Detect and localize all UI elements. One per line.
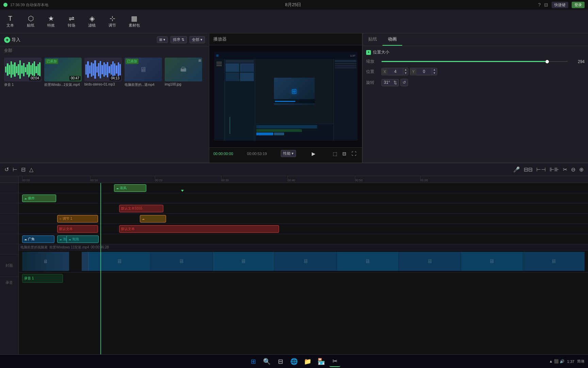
windows-taskbar: ⊞ 🔍 ⊟ 🌐 📁 🏪 ✂ ▲ ⬛ 🔊 1:37 简体 [0, 354, 588, 368]
toolbar-item-adjust[interactable]: ⊹ 调节 [105, 13, 119, 30]
lock-button[interactable]: ⊟⊟ [523, 165, 534, 174]
clip-audio[interactable]: 录音 1 [22, 274, 63, 283]
fit2-button[interactable]: ⊩⊪ [549, 165, 560, 174]
layout-icon[interactable]: ⊟ [544, 2, 548, 7]
toolbar-item-sticker[interactable]: ⬡ 贴纸 [24, 13, 37, 30]
view-toggle-button[interactable]: ⊞ ▾ [157, 36, 168, 43]
clip-adjust[interactable]: ⊹ 调节 1 [57, 215, 98, 223]
scale-slider-fill [381, 61, 549, 62]
y-input[interactable] [416, 68, 432, 75]
clip-wideangle[interactable]: ☁ 广角 [22, 235, 54, 243]
video1-name: 电脑前景的视频素 [20, 245, 48, 250]
video-info-bar: 电脑前景的视频素 前景Windows 11安装.mp4 00:00:46:28 [19, 244, 588, 250]
import-button[interactable]: + 导入 [4, 37, 20, 43]
clip-default-text[interactable]: 默认文本 [57, 225, 98, 233]
tab-sticker[interactable]: 贴纸 [363, 33, 382, 46]
media-item[interactable]: 00:04 录音 1 [4, 58, 42, 87]
label-space6 [0, 234, 18, 244]
toolbar-item-transition[interactable]: ⇌ 转场 [65, 13, 78, 30]
media-name: 前景Windo...1安装.mp4 [44, 82, 82, 87]
rotation-stepper[interactable]: ⇅ [392, 79, 398, 86]
capcut-button[interactable]: ✂ [329, 356, 340, 367]
store-icon: 🏪 [317, 358, 325, 365]
login-button[interactable]: 登录 [572, 2, 585, 8]
zoom-in-button[interactable]: ⊕ [578, 165, 585, 174]
mic-button[interactable]: 🎤 [512, 165, 521, 174]
start-button[interactable]: ⊞ [248, 356, 259, 367]
x-increment[interactable]: ▲ [403, 68, 408, 72]
toolbar-item-text[interactable]: T 文本 [3, 13, 17, 30]
play-button[interactable]: ▶ [310, 150, 317, 157]
timeline-toolbar-left: ↺ ⊢ ⊟ △ [3, 165, 34, 174]
tick-30 [221, 176, 222, 179]
label-cover-section: 封面 录音 [0, 255, 18, 354]
cut-button[interactable]: ✂ [562, 165, 568, 174]
all-filter-button[interactable]: 全部 ▾ [190, 36, 205, 43]
toolbar-item-effects[interactable]: ★ 特效 [44, 13, 58, 30]
fit-button[interactable]: ⊢⊣ [535, 165, 547, 174]
folder-button[interactable]: 📁 [302, 356, 313, 367]
split-button[interactable]: ⊢ [12, 165, 18, 174]
toolbar-item-filter[interactable]: ◈ 滤镜 [85, 13, 99, 30]
cloud-icon: ☁ [116, 187, 119, 190]
media-item[interactable]: 04:13 birds-stereo-01.mp3 [84, 58, 122, 87]
panel-tabs: 贴纸 动画 [363, 33, 588, 46]
clip-yellow[interactable]: ☁ [140, 215, 166, 223]
widgets-button[interactable]: ⊟ [275, 356, 286, 367]
search-button[interactable]: 🔍 [261, 356, 272, 367]
y-decrement[interactable]: ▼ [432, 72, 437, 75]
scale-value: 294 [571, 59, 585, 64]
browser-button[interactable]: 🌐 [289, 356, 299, 367]
clip-default-text-long[interactable]: 默认文本 [119, 225, 279, 233]
clip-explosion[interactable]: ☁ 爆炸 [22, 195, 56, 202]
rotation-input: 31° ⇅ [381, 79, 399, 86]
timeline-main: 封面 录音 00:00 00:10 00:20 00:30 00:40 00:5… [0, 176, 588, 354]
all-filter-label: 全部 [192, 37, 199, 42]
rotation-reset[interactable]: ↺ [401, 79, 408, 86]
delete-button[interactable]: ⊟ [20, 165, 27, 174]
fullscreen-button[interactable]: ⛶ [350, 150, 358, 157]
clip-text5555-label: 默认文本5555 [121, 206, 142, 211]
toolbar-item-assets[interactable]: ▦ 素材包 [126, 13, 143, 30]
autosave-text: 17:36:39 自动保存本地 [10, 2, 48, 7]
clip-bubble2[interactable]: ☁ 泡泡 [66, 235, 99, 243]
x-input[interactable] [388, 68, 403, 75]
aspect-ratio-button[interactable]: ⬚ [331, 150, 339, 157]
sort-button[interactable]: 排序 ⇅ [170, 36, 187, 43]
store-button[interactable]: 🏪 [316, 356, 327, 367]
player-controls: 00:00:00:00 00:00:53:19 性能 ▾ ▶ ⬚ ⊟ ⛶ [209, 148, 362, 159]
media-added-badge: 已添加 [45, 59, 58, 64]
tab-animation[interactable]: 动画 [382, 33, 402, 46]
warning-button[interactable]: △ [28, 165, 34, 174]
media-item[interactable]: 已添加 00:47 前景Windo...1安装.mp4 [44, 58, 82, 87]
rotation-group: 31° ⇅ ↺ [381, 79, 408, 86]
screen-main: ⊞ [225, 59, 357, 141]
taskbar-center: ⊞ 🔍 ⊟ 🌐 📁 🏪 ✂ [248, 356, 340, 367]
position-panel: ✦ 位置大小 缩放 294 位置 X ▲ [363, 46, 588, 93]
x-input-group: X ▲ ▼ [381, 68, 408, 75]
import-label: 导入 [12, 37, 20, 43]
undo-button[interactable]: ↺ [3, 165, 10, 174]
track-video[interactable]: 🖥 🖥 🖥 🖥 🖥 🖥 🖥 🖥 [19, 250, 588, 273]
clip-gangfeng[interactable]: ☁ 港风 [114, 184, 146, 192]
clip-text5555[interactable]: 默认文本5555 [119, 205, 163, 212]
clip-adjust-label: 调节 1 [63, 216, 72, 221]
scale-slider-container[interactable] [381, 61, 568, 62]
shortcut-button[interactable]: 快捷键 [552, 2, 568, 8]
media-item[interactable]: 🏔 ⊞ img100.jpg [165, 58, 202, 87]
text-label: 文本 [6, 23, 14, 28]
scale-slider[interactable] [381, 61, 568, 62]
label-space3 [0, 203, 18, 214]
properties-button[interactable]: 性能 ▾ [281, 150, 296, 157]
question-icon[interactable]: ? [538, 2, 541, 7]
bubble2-icon: ☁ [68, 238, 71, 241]
y-increment[interactable]: ▲ [432, 68, 437, 72]
media-item[interactable]: 已添加 🖥 电脑前景的...退mp4 [125, 58, 162, 87]
zoom-out-button[interactable]: ⊖ [570, 165, 576, 174]
x-decrement[interactable]: ▼ [403, 72, 408, 75]
position-row: 位置 X ▲ ▼ Y ▲ ▼ [366, 68, 585, 75]
filter-label: 滤镜 [88, 23, 96, 28]
grid-button[interactable]: ⊟ [341, 150, 348, 157]
track-stickers: ☁ 泡泡 ☁ 广角 ☁ 泡泡 [19, 234, 588, 244]
all-section-label: 全部 [0, 46, 209, 55]
